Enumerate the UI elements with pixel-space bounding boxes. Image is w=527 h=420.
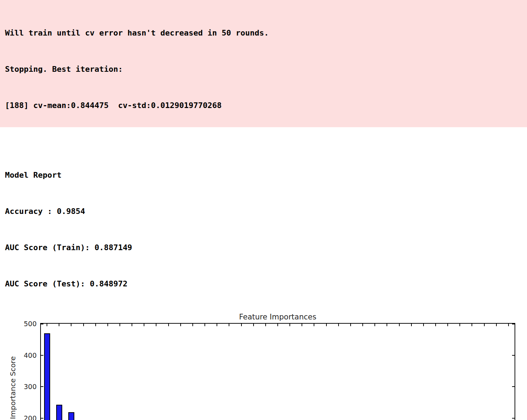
- x-tick-mark-top: [447, 324, 448, 326]
- x-tick-mark-top: [217, 324, 217, 326]
- x-tick-mark-top: [338, 324, 339, 326]
- x-tick-mark-top: [47, 324, 47, 326]
- y-tick-mark-right: [512, 386, 515, 387]
- x-tick-mark-top: [229, 324, 229, 326]
- x-tick-mark-top: [156, 324, 156, 326]
- x-tick-mark-top: [302, 324, 302, 326]
- y-tick-label: 200: [0, 414, 37, 420]
- x-tick-mark-top: [95, 324, 96, 326]
- y-tick-mark: [41, 355, 43, 356]
- x-tick-mark-top: [362, 324, 363, 326]
- y-tick-label: 400: [0, 351, 37, 360]
- x-tick-mark-top: [484, 324, 485, 326]
- stderr-output: Will train until cv error hasn't decreas…: [0, 0, 527, 127]
- x-tick-mark-top: [180, 324, 181, 326]
- y-tick-mark: [41, 324, 43, 324]
- feature-importances-figure: Feature Importances Feature Importance S…: [0, 311, 527, 420]
- x-tick-mark-top: [204, 324, 205, 326]
- y-tick-label: 300: [0, 382, 37, 391]
- x-tick-mark-top: [314, 324, 314, 326]
- x-tick-mark-top: [265, 324, 266, 326]
- x-tick-mark-top: [241, 324, 242, 326]
- x-tick-mark-top: [374, 324, 375, 326]
- y-tick-mark: [41, 418, 43, 419]
- x-tick-mark-top: [83, 324, 84, 326]
- bar: [56, 405, 62, 420]
- plot-area: [40, 323, 515, 420]
- x-tick-mark-top: [350, 324, 351, 326]
- report-line: AUC Score (Train): 0.887149: [5, 242, 527, 254]
- x-tick-mark-top: [71, 324, 71, 326]
- chart-title: Feature Importances: [40, 313, 515, 321]
- y-tick-label: 500: [0, 319, 37, 328]
- x-tick-mark-top: [289, 324, 290, 326]
- model-report-output: Model Report Accuracy : 0.9854 AUC Score…: [5, 145, 527, 302]
- x-tick-mark-top: [459, 324, 460, 326]
- report-line: AUC Score (Test): 0.848972: [5, 278, 527, 290]
- x-tick-mark-top: [168, 324, 169, 326]
- x-tick-mark-top: [496, 324, 497, 326]
- x-tick-mark-top: [326, 324, 327, 326]
- stderr-line: Stopping. Best iteration:: [5, 63, 522, 75]
- x-tick-mark-top: [107, 324, 108, 326]
- x-tick-mark-top: [59, 324, 59, 326]
- bar: [44, 333, 50, 420]
- x-tick-mark-top: [411, 324, 412, 326]
- x-tick-mark-top: [277, 324, 278, 326]
- report-line: Accuracy : 0.9854: [5, 205, 527, 217]
- x-tick-mark-top: [119, 324, 120, 326]
- x-tick-mark-top: [472, 324, 472, 326]
- y-tick-mark-right: [512, 355, 515, 356]
- stderr-line: Will train until cv error hasn't decreas…: [5, 27, 522, 39]
- x-tick-mark-top: [435, 324, 436, 326]
- x-tick-mark-top: [399, 324, 400, 326]
- report-line: Model Report: [5, 169, 527, 181]
- x-tick-mark-top: [423, 324, 424, 326]
- x-tick-mark-top: [192, 324, 193, 326]
- x-tick-mark-top: [132, 324, 132, 326]
- y-tick-mark: [41, 386, 43, 387]
- x-tick-mark-top: [253, 324, 254, 326]
- y-tick-mark-right: [512, 324, 515, 324]
- stderr-line: [188] cv-mean:0.844475 cv-std:0.01290197…: [5, 99, 522, 112]
- y-tick-mark-right: [512, 418, 515, 419]
- bar: [68, 412, 74, 420]
- x-tick-mark-top: [508, 324, 509, 326]
- x-tick-mark-top: [387, 324, 387, 326]
- x-tick-mark-top: [144, 324, 144, 326]
